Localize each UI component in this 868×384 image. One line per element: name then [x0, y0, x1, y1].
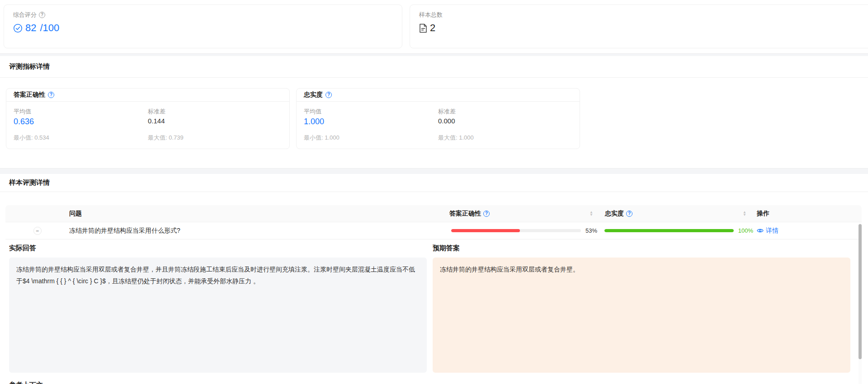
progress-bar-answer-correctness [451, 229, 581, 232]
collapse-row-button[interactable]: − [33, 227, 42, 235]
min-value: 最小值: 1.000 [304, 134, 438, 142]
max-value: 最大值: 1.000 [438, 134, 572, 142]
sort-icon: ▲▼ [590, 211, 593, 216]
column-header-actions: 操作 [753, 210, 862, 218]
table-row: − 冻结井筒的井壁结构应当采用什么形式? 53% 100% [5, 222, 862, 239]
help-icon[interactable]: ? [483, 211, 490, 217]
metric-card-body: 平均值 0.636 标准差 0.144 最小值: 0.534 最大值: 0.73… [6, 102, 289, 149]
score-number: 82 [25, 22, 36, 34]
progress-bar-faithfulness [604, 229, 734, 232]
actual-answer-block: 实际回答 冻结井筒的井壁结构应当采用双层或者复合井壁，并且井筒冻结段施工结束后应… [9, 239, 427, 373]
check-circle-icon [13, 23, 23, 33]
sort-icon: ▲▼ [743, 211, 746, 216]
faithfulness-percent: 100% [738, 227, 753, 234]
std-label: 标准差 [438, 108, 572, 116]
column-header-faithfulness[interactable]: 忠实度 ? ▲▼ [599, 210, 753, 218]
overall-score-value: 82/100 [13, 22, 393, 34]
total-samples-label-row: 样本总数 [419, 11, 862, 19]
metrics-body: 答案正确性 ? 平均值 0.636 标准差 0.144 最小值: 0.534 最… [0, 78, 868, 168]
metrics-panel-title: 评测指标详情 [0, 56, 868, 78]
mean-value: 1.000 [304, 117, 438, 126]
samples-table: 问题 答案正确性 ? ▲▼ 忠实度 ? ▲▼ 操作 − 冻结井筒的井壁结构应当采… [5, 205, 862, 384]
faithfulness-cell: 100% [599, 227, 753, 234]
file-text-icon [419, 23, 427, 33]
overall-score-card: 综合评分 ? 82/100 [4, 5, 402, 48]
std-label: 标准差 [148, 108, 282, 116]
std-value: 0.000 [438, 117, 572, 125]
metric-name: 答案正确性 [14, 91, 45, 99]
detail-link[interactable]: 详情 [753, 227, 862, 235]
samples-panel-title: 样本评测详情 [0, 174, 868, 192]
column-label: 答案正确性 [449, 210, 481, 218]
expected-answer-box: 冻结井筒的井壁结构应当采用双层或者复合井壁。 [433, 258, 850, 373]
column-header-answer-correctness[interactable]: 答案正确性 ? ▲▼ [441, 210, 599, 218]
mean-value: 0.636 [14, 117, 148, 126]
help-icon[interactable]: ? [39, 12, 45, 18]
expected-answer-title: 预期答案 [433, 244, 850, 253]
expected-answer-block: 预期答案 冻结井筒的井壁结构应当采用双层或者复合井壁。 [433, 239, 850, 373]
max-value: 最大值: 0.739 [148, 134, 282, 142]
total-samples-value: 2 [419, 22, 862, 34]
total-samples-label: 样本总数 [419, 11, 443, 19]
answer-correctness-cell: 53% [441, 227, 599, 234]
stats-row: 综合评分 ? 82/100 样本总数 2 [0, 0, 868, 53]
metric-card-answer-correctness: 答案正确性 ? 平均值 0.636 标准差 0.144 最小值: 0.534 最… [6, 88, 290, 149]
help-icon[interactable]: ? [48, 92, 54, 98]
eye-icon [757, 227, 764, 234]
actual-answer-title: 实际回答 [9, 244, 427, 253]
column-label: 忠实度 [605, 210, 624, 218]
column-header-question: 问题 [69, 210, 441, 218]
actual-answer-box: 冻结井筒的井壁结构应当采用双层或者复合井壁，并且井筒冻结段施工结束后应当及时进行… [9, 258, 427, 373]
detail-link-label: 详情 [766, 227, 778, 235]
table-scrollbar-track [859, 223, 862, 384]
metric-card-faithfulness: 忠实度 ? 平均值 1.000 标准差 0.000 最小值: 1.000 最大值… [296, 88, 580, 149]
metric-name: 忠实度 [304, 91, 323, 99]
samples-panel: 样本评测详情 问题 答案正确性 ? ▲▼ 忠实度 ? ▲▼ 操作 − [0, 174, 868, 384]
help-icon[interactable]: ? [326, 92, 332, 98]
reference-context-title: 参考上下文 [9, 381, 862, 384]
answer-correctness-percent: 53% [585, 227, 597, 234]
metric-card-body: 平均值 1.000 标准差 0.000 最小值: 1.000 最大值: 1.00… [297, 102, 580, 149]
samples-count: 2 [430, 22, 435, 34]
metric-card-header: 答案正确性 ? [6, 89, 289, 102]
expanded-row: 实际回答 冻结井筒的井壁结构应当采用双层或者复合井壁，并且井筒冻结段施工结束后应… [5, 239, 862, 384]
section-divider [0, 168, 868, 174]
total-samples-card: 样本总数 2 [410, 5, 868, 48]
min-value: 最小值: 0.534 [14, 134, 148, 142]
table-scrollbar-thumb[interactable] [859, 224, 862, 359]
overall-score-label: 综合评分 [13, 11, 37, 19]
mean-label: 平均值 [304, 108, 438, 116]
score-suffix: /100 [40, 22, 59, 34]
table-header-row: 问题 答案正确性 ? ▲▼ 忠实度 ? ▲▼ 操作 [5, 205, 862, 222]
metric-card-header: 忠实度 ? [297, 89, 580, 102]
question-cell: 冻结井筒的井壁结构应当采用什么形式? [69, 227, 441, 235]
mean-label: 平均值 [14, 108, 148, 116]
help-icon[interactable]: ? [626, 211, 632, 217]
std-value: 0.144 [148, 117, 282, 125]
metrics-panel: 评测指标详情 答案正确性 ? 平均值 0.636 标准差 0.144 最小值: … [0, 56, 868, 168]
overall-score-label-row: 综合评分 ? [13, 11, 393, 19]
